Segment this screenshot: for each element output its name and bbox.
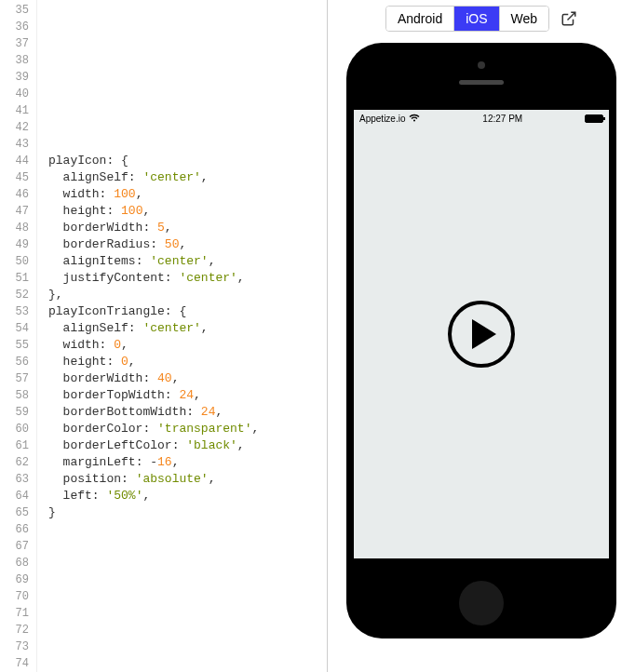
line-number: 54	[0, 320, 29, 337]
code-line[interactable]: borderTopWidth: 24,	[48, 387, 327, 404]
code-line[interactable]	[48, 52, 327, 69]
code-line[interactable]	[48, 655, 327, 672]
code-area[interactable]: playIcon: { alignSelf: 'center', width: …	[37, 0, 327, 672]
line-number: 66	[0, 521, 29, 538]
line-number: 52	[0, 287, 29, 303]
line-number: 63	[0, 471, 29, 488]
code-line[interactable]: height: 0,	[48, 354, 327, 370]
code-line[interactable]: playIcon: {	[48, 153, 327, 169]
wifi-icon	[409, 114, 420, 124]
device-camera	[478, 61, 485, 69]
device-speaker	[459, 80, 504, 85]
tab-web[interactable]: Web	[499, 7, 549, 31]
code-line[interactable]: marginLeft: -16,	[48, 454, 327, 471]
device-frame: Appetize.io 12:27 PM	[346, 43, 616, 638]
line-number: 43	[0, 136, 29, 153]
code-line[interactable]: alignItems: 'center',	[48, 253, 327, 270]
code-line[interactable]: borderColor: 'transparent',	[48, 421, 327, 437]
tab-ios[interactable]: iOS	[453, 7, 498, 31]
code-line[interactable]	[48, 2, 327, 19]
line-number: 35	[0, 2, 29, 19]
line-number: 51	[0, 270, 29, 287]
line-number: 36	[0, 19, 29, 35]
code-line[interactable]	[48, 588, 327, 605]
code-line[interactable]	[48, 605, 327, 622]
line-number: 65	[0, 504, 29, 521]
line-number: 48	[0, 220, 29, 236]
clock-label: 12:27 PM	[482, 114, 522, 124]
code-line[interactable]: borderWidth: 40,	[48, 370, 327, 387]
code-line[interactable]	[48, 555, 327, 571]
code-line[interactable]: height: 100,	[48, 203, 327, 220]
code-line[interactable]	[48, 521, 327, 538]
line-number: 70	[0, 588, 29, 605]
code-line[interactable]: },	[48, 287, 327, 303]
line-number: 60	[0, 421, 29, 437]
play-triangle-icon	[472, 319, 496, 349]
code-line[interactable]: borderLeftColor: 'black',	[48, 437, 327, 454]
line-number: 46	[0, 186, 29, 203]
line-number: 44	[0, 153, 29, 169]
code-line[interactable]: position: 'absolute',	[48, 471, 327, 488]
code-line[interactable]	[48, 19, 327, 35]
status-bar: Appetize.io 12:27 PM	[354, 110, 609, 127]
tab-android[interactable]: Android	[386, 7, 453, 31]
line-number: 47	[0, 203, 29, 220]
battery-icon	[585, 114, 603, 123]
line-number: 59	[0, 404, 29, 421]
line-number: 37	[0, 35, 29, 52]
code-line[interactable]: }	[48, 504, 327, 521]
line-number: 45	[0, 169, 29, 186]
line-number: 55	[0, 337, 29, 354]
line-number: 57	[0, 370, 29, 387]
code-line[interactable]	[48, 571, 327, 588]
code-line[interactable]	[48, 538, 327, 555]
code-line[interactable]: borderWidth: 5,	[48, 220, 327, 236]
line-number: 71	[0, 605, 29, 622]
code-line[interactable]	[48, 119, 327, 136]
line-number: 53	[0, 303, 29, 320]
code-editor[interactable]: 3536373839404142434445464748495051525354…	[0, 0, 328, 672]
device-screen[interactable]: Appetize.io 12:27 PM	[354, 110, 609, 558]
code-line[interactable]	[48, 35, 327, 52]
line-number: 41	[0, 102, 29, 119]
platform-tabs: Android iOS Web	[385, 6, 549, 32]
code-line[interactable]: borderBottomWidth: 24,	[48, 404, 327, 421]
code-line[interactable]: borderRadius: 50,	[48, 236, 327, 253]
line-number: 72	[0, 622, 29, 638]
code-line[interactable]: left: '50%',	[48, 488, 327, 504]
line-number: 56	[0, 354, 29, 370]
code-line[interactable]	[48, 622, 327, 638]
preview-panel: Android iOS Web Appetize.io 12:27 PM	[328, 0, 635, 672]
code-line[interactable]: playIconTriangle: {	[48, 303, 327, 320]
code-line[interactable]: width: 0,	[48, 337, 327, 354]
svg-line-0	[568, 12, 575, 20]
line-number: 49	[0, 236, 29, 253]
line-number: 39	[0, 69, 29, 86]
line-number: 74	[0, 655, 29, 672]
play-icon[interactable]	[448, 301, 515, 368]
line-gutter: 3536373839404142434445464748495051525354…	[0, 0, 37, 672]
carrier-label: Appetize.io	[359, 114, 405, 124]
line-number: 38	[0, 52, 29, 69]
line-number: 69	[0, 571, 29, 588]
code-line[interactable]: width: 100,	[48, 186, 327, 203]
line-number: 62	[0, 454, 29, 471]
code-line[interactable]	[48, 638, 327, 655]
code-line[interactable]	[48, 102, 327, 119]
code-line[interactable]: alignSelf: 'center',	[48, 320, 327, 337]
line-number: 58	[0, 387, 29, 404]
code-line[interactable]	[48, 86, 327, 102]
code-line[interactable]	[48, 69, 327, 86]
line-number: 61	[0, 437, 29, 454]
line-number: 64	[0, 488, 29, 504]
line-number: 42	[0, 119, 29, 136]
line-number: 68	[0, 555, 29, 571]
home-button[interactable]	[459, 581, 504, 625]
line-number: 67	[0, 538, 29, 555]
code-line[interactable]	[48, 136, 327, 153]
line-number: 73	[0, 638, 29, 655]
code-line[interactable]: justifyContent: 'center',	[48, 270, 327, 287]
open-external-icon[interactable]	[561, 10, 577, 27]
code-line[interactable]: alignSelf: 'center',	[48, 169, 327, 186]
